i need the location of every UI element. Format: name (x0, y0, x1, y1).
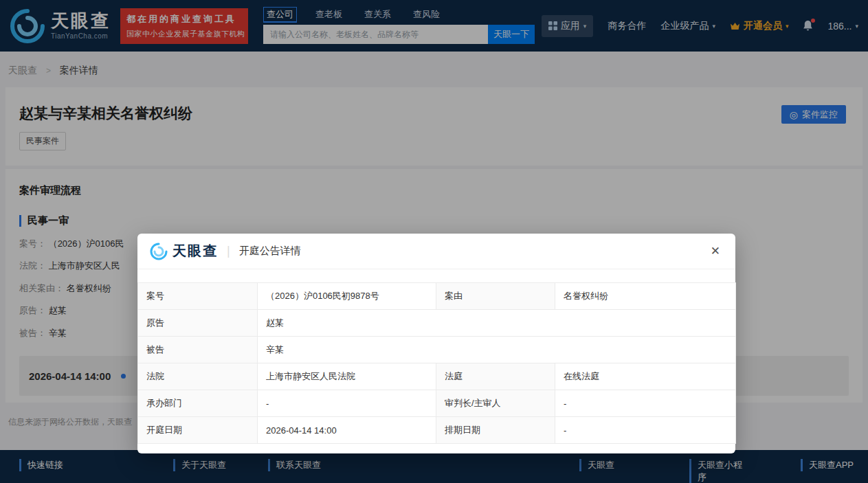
modal-title: 开庭公告详情 (239, 245, 301, 258)
modal-divider: | (227, 244, 230, 258)
table-row: 开庭日期 2026-04-14 14:00 排期日期 - (138, 417, 736, 444)
table-row: 承办部门 - 审判长/主审人 - (138, 390, 736, 417)
table-row: 原告 赵某 (138, 310, 736, 337)
table-row: 法院 上海市静安区人民法院 法庭 在线法庭 (138, 363, 736, 390)
modal-header: 天眼查 | 开庭公告详情 ✕ (137, 234, 735, 269)
tianyancha-logo-icon (150, 243, 168, 260)
modal-logo-text: 天眼查 (173, 242, 218, 260)
table-row: 案号 （2026）沪0106民初9878号 案由 名誉权纠纷 (138, 283, 736, 310)
close-icon[interactable]: ✕ (708, 243, 723, 260)
table-row: 被告 辛某 (138, 337, 736, 363)
modal-body: 案号 （2026）沪0106民初9878号 案由 名誉权纠纷 原告 赵某 被告 … (137, 269, 735, 444)
hearing-detail-modal: 天眼查 | 开庭公告详情 ✕ 案号 （2026）沪0106民初9878号 案由 … (137, 234, 735, 453)
hearing-detail-table: 案号 （2026）沪0106民初9878号 案由 名誉权纠纷 原告 赵某 被告 … (137, 282, 736, 444)
